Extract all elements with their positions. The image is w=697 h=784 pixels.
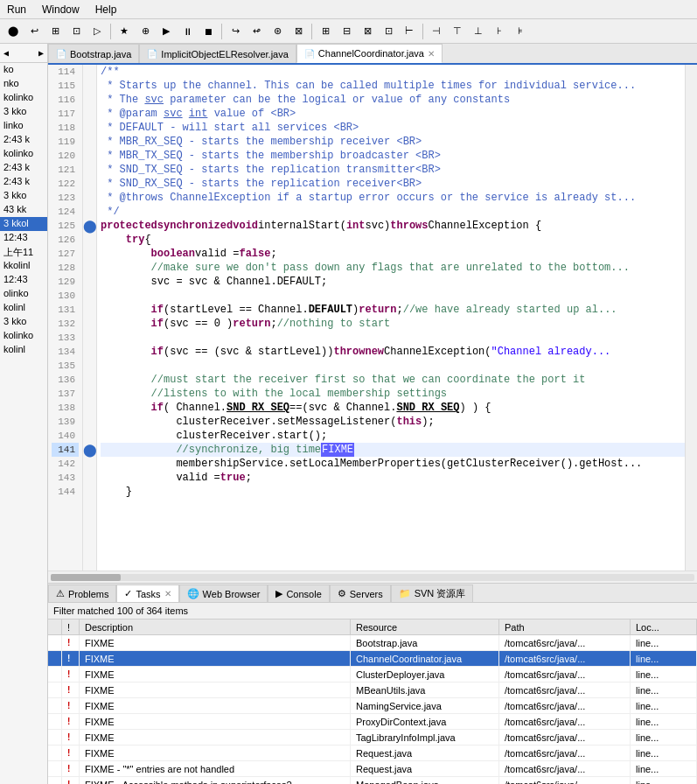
sidebar-item-14[interactable]: kkolinl bbox=[0, 259, 47, 273]
sidebar-item-4[interactable]: linko bbox=[0, 119, 47, 133]
toolbar-btn-1[interactable]: ⬤ bbox=[3, 22, 23, 41]
table-row-5[interactable]: ! FIXME ProxyDirContext.java /tomcat6src… bbox=[48, 714, 697, 730]
table-row-3[interactable]: ! FIXME MBeanUtils.java /tomcat6src/java… bbox=[48, 682, 697, 698]
toolbar-btn-9[interactable]: ⏸ bbox=[178, 22, 197, 41]
sidebar-item-3[interactable]: 3 kko bbox=[0, 105, 47, 119]
sidebar-item-5[interactable]: 2:43 k bbox=[0, 133, 47, 147]
bp-118[interactable] bbox=[83, 121, 96, 135]
bp-133[interactable] bbox=[83, 331, 96, 345]
table-row-9[interactable]: ! FIXME - Accessible methods in superint… bbox=[48, 777, 697, 784]
bp-121[interactable] bbox=[83, 163, 96, 177]
toolbar-btn-11[interactable]: ↪ bbox=[226, 22, 245, 41]
toolbar-btn-4[interactable]: ⊡ bbox=[66, 22, 86, 41]
bp-131[interactable] bbox=[83, 303, 96, 317]
bp-130[interactable] bbox=[83, 289, 96, 303]
tab-problems[interactable]: ⚠ Problems bbox=[48, 584, 116, 602]
tab-tasks[interactable]: ✓ Tasks ✕ bbox=[116, 584, 178, 602]
table-row-1[interactable]: ! FIXME ChannelCoordinator.java /tomcat6… bbox=[48, 651, 697, 667]
toolbar-btn-7[interactable]: ⊕ bbox=[136, 22, 155, 41]
sidebar-item-12[interactable]: 12:43 bbox=[0, 231, 47, 245]
bp-135[interactable] bbox=[83, 359, 96, 373]
toolbar-btn-15[interactable]: ⊞ bbox=[316, 22, 335, 41]
th-path[interactable]: Path bbox=[499, 620, 631, 634]
sidebar-item-9[interactable]: 3 kko bbox=[0, 189, 47, 203]
toolbar-btn-16[interactable]: ⊟ bbox=[337, 22, 356, 41]
sidebar-item-11[interactable]: 3 kkol bbox=[0, 217, 47, 231]
tab-close-channel[interactable]: ✕ bbox=[428, 49, 435, 59]
bp-117[interactable] bbox=[83, 107, 96, 121]
sidebar-item-15[interactable]: 12:43 bbox=[0, 273, 47, 287]
toolbar-btn-23[interactable]: ⊦ bbox=[490, 22, 509, 41]
bp-119[interactable] bbox=[83, 135, 96, 149]
toolbar-btn-13[interactable]: ⊛ bbox=[268, 22, 287, 41]
editor-scrollbar[interactable] bbox=[685, 65, 697, 570]
bp-116[interactable] bbox=[83, 93, 96, 107]
bp-126[interactable] bbox=[83, 233, 96, 247]
toolbar-btn-2[interactable]: ↩ bbox=[24, 22, 44, 41]
toolbar-btn-3[interactable]: ⊞ bbox=[45, 22, 65, 41]
tab-svn[interactable]: 📁 SVN 资源库 bbox=[391, 584, 474, 602]
toolbar-btn-22[interactable]: ⊥ bbox=[469, 22, 488, 41]
bp-138[interactable] bbox=[83, 401, 96, 415]
sidebar-item-10[interactable]: 43 kk bbox=[0, 203, 47, 217]
sidebar-toggle[interactable]: ◀ bbox=[3, 48, 9, 59]
sidebar-item-20[interactable]: kolinl bbox=[0, 343, 47, 357]
tab-implicit[interactable]: 📄 ImplicitObjectELResolver.java bbox=[139, 44, 296, 63]
bp-128[interactable] bbox=[83, 261, 96, 275]
tab-console[interactable]: ▶ Console bbox=[268, 584, 329, 602]
toolbar-btn-20[interactable]: ⊣ bbox=[427, 22, 446, 41]
table-row-7[interactable]: ! FIXME Request.java /tomcat6src/java/..… bbox=[48, 746, 697, 761]
bp-134[interactable] bbox=[83, 345, 96, 359]
bp-137[interactable] bbox=[83, 387, 96, 401]
bp-122[interactable] bbox=[83, 177, 96, 191]
th-loc[interactable]: Loc... bbox=[631, 620, 697, 634]
toolbar-btn-17[interactable]: ⊠ bbox=[358, 22, 377, 41]
bp-129[interactable] bbox=[83, 275, 96, 289]
tab-webbrowser[interactable]: 🌐 Web Browser bbox=[179, 584, 268, 602]
menu-help[interactable]: Help bbox=[92, 3, 121, 17]
bp-115[interactable] bbox=[83, 79, 96, 93]
toolbar-btn-10[interactable]: ⏹ bbox=[199, 22, 218, 41]
bp-144[interactable] bbox=[83, 485, 96, 499]
toolbar-btn-8[interactable]: ▶ bbox=[157, 22, 176, 41]
sidebar-item-7[interactable]: 2:43 k bbox=[0, 161, 47, 175]
bp-141[interactable]: ⬤ bbox=[83, 443, 96, 457]
bp-132[interactable] bbox=[83, 317, 96, 331]
tab-bootstrap[interactable]: 📄 Bootstrap.java bbox=[48, 44, 139, 63]
tab-channelcoordinator[interactable]: 📄 ChannelCoordinator.java ✕ bbox=[296, 44, 443, 63]
sidebar-item-16[interactable]: olinko bbox=[0, 287, 47, 301]
th-icon[interactable]: ! bbox=[62, 620, 80, 634]
tab-tasks-close[interactable]: ✕ bbox=[164, 589, 171, 598]
toolbar-btn-18[interactable]: ⊡ bbox=[379, 22, 398, 41]
bp-125[interactable]: ⬤ bbox=[83, 219, 96, 233]
bp-120[interactable] bbox=[83, 149, 96, 163]
bp-124[interactable] bbox=[83, 205, 96, 219]
toolbar-btn-19[interactable]: ⊢ bbox=[400, 22, 419, 41]
bp-139[interactable] bbox=[83, 415, 96, 429]
table-row-0[interactable]: ! FIXME Bootstrap.java /tomcat6src/java/… bbox=[48, 635, 697, 651]
bp-123[interactable] bbox=[83, 191, 96, 205]
sidebar-item-19[interactable]: kolinko bbox=[0, 329, 47, 343]
code-lines[interactable]: /** * Starts up the channel. This can be… bbox=[97, 65, 685, 570]
menu-run[interactable]: Run bbox=[3, 3, 30, 17]
bp-140[interactable] bbox=[83, 429, 96, 443]
toolbar-btn-6[interactable]: ★ bbox=[115, 22, 134, 41]
sidebar-item-8[interactable]: 2:43 k bbox=[0, 175, 47, 189]
sidebar-item-2[interactable]: kolinko bbox=[0, 91, 47, 105]
table-row-8[interactable]: ! FIXME - "*" entries are not handled Re… bbox=[48, 761, 697, 777]
th-desc[interactable]: Description bbox=[80, 620, 351, 634]
sidebar-item-18[interactable]: 3 kko bbox=[0, 315, 47, 329]
bp-143[interactable] bbox=[83, 471, 96, 485]
th-resource[interactable]: Resource bbox=[351, 620, 499, 634]
toolbar-btn-24[interactable]: ⊧ bbox=[511, 22, 530, 41]
sidebar-expand[interactable]: ▶ bbox=[38, 48, 44, 59]
bp-136[interactable] bbox=[83, 373, 96, 387]
bp-127[interactable] bbox=[83, 247, 96, 261]
sidebar-item-0[interactable]: ko bbox=[0, 63, 47, 77]
tab-servers[interactable]: ⚙ Servers bbox=[330, 584, 391, 602]
sidebar-item-1[interactable]: nko bbox=[0, 77, 47, 91]
bp-142[interactable] bbox=[83, 457, 96, 471]
sidebar-item-13[interactable]: 上午11 bbox=[0, 245, 47, 259]
table-row-6[interactable]: ! FIXME TagLibraryInfoImpl.java /tomcat6… bbox=[48, 730, 697, 746]
toolbar-btn-21[interactable]: ⊤ bbox=[448, 22, 467, 41]
